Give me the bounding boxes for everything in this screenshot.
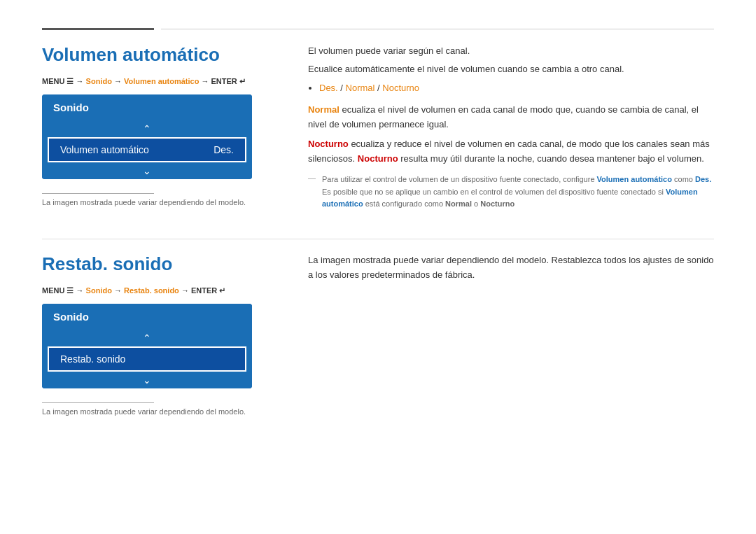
section1-item-value: Des. — [214, 144, 234, 155]
menu2-arrow2: → — [114, 286, 124, 295]
menu2-enter: ENTER — [191, 286, 217, 295]
menu-icon: ☰ — [66, 77, 76, 85]
section1-para1: Normal ecualiza el nivel de volumen en c… — [308, 103, 714, 132]
option-des: Des. — [319, 83, 338, 93]
menu2-item1: Sonido — [86, 286, 112, 295]
menu-prefix: MENU — [42, 77, 64, 85]
fn-part2: como — [674, 175, 693, 183]
section2-left: Restab. sonido MENU ☰ → Sonido → Restab.… — [42, 253, 280, 416]
section1-menu-path: MENU ☰ → Sonido → Volumen automático → E… — [42, 77, 280, 86]
section1-box-item: Volumen automático Des. — [48, 137, 246, 162]
section1-ui-box: Sonido ⌃ Volumen automático Des. ⌄ — [42, 94, 252, 179]
section2-menu-path: MENU ☰ → Sonido → Restab. sonido → ENTER… — [42, 286, 280, 295]
fn-bold2: Des. — [695, 175, 711, 183]
menu2-item2: Restab. sonido — [124, 286, 179, 295]
section-divider — [42, 239, 714, 239]
fn-part1: Para utilizar el control de volumen de u… — [322, 175, 595, 183]
menu2-enter-icon: ↵ — [219, 286, 225, 295]
section1-footnote: Para utilizar el control de volumen de u… — [308, 174, 714, 211]
option-sep1: / — [338, 83, 346, 93]
section1-item-label: Volumen automático — [60, 144, 149, 155]
fn-bold1: Volumen automático — [597, 175, 672, 183]
section1-para2-bold2: Nocturno — [358, 153, 398, 164]
menu-enter: ENTER — [211, 77, 237, 85]
section1-intro2: Ecualice automáticamente el nivel de vol… — [308, 62, 714, 76]
section1-arrow-down: ⌄ — [42, 162, 252, 179]
section1-title: Volumen automático — [42, 44, 280, 66]
fn-part5: o — [474, 199, 478, 208]
section2-description: La imagen mostrada puede variar dependie… — [308, 253, 714, 283]
fn-part4: está configurado como — [365, 199, 443, 208]
menu-item2: Volumen automático — [124, 77, 199, 85]
section1-options-list: Des. / Normal / Nocturno — [319, 81, 714, 96]
section2-title: Restab. sonido — [42, 253, 280, 275]
section1-arrow-up: ⌃ — [42, 120, 252, 137]
option-sep2: / — [374, 83, 382, 93]
section1-left: Volumen automático MENU ☰ → Sonido → Vol… — [42, 44, 280, 211]
section1-footnote-text: Para utilizar el control de volumen de u… — [322, 174, 714, 211]
section2-note: La imagen mostrada puede variar dependie… — [42, 407, 280, 416]
menu2-arrow3: → — [181, 286, 191, 295]
section1-para1-bold: Normal — [308, 104, 340, 115]
section1-para2: Nocturno ecualiza y reduce el nivel de v… — [308, 137, 714, 167]
section1-list-item: Des. / Normal / Nocturno — [319, 81, 714, 96]
section1-para1-rest: ecualiza el nivel de volumen en cada can… — [308, 104, 699, 129]
menu2-prefix: MENU — [42, 286, 64, 295]
option-nocturno: Nocturno — [382, 83, 419, 93]
fn-bold4: Normal — [445, 199, 472, 208]
menu-arrow1: → — [76, 77, 86, 85]
menu-item1: Sonido — [86, 77, 112, 85]
divider-thin — [161, 29, 714, 29]
section1-intro1: El volumen puede variar según el canal. — [308, 44, 714, 58]
fn-bold5: Nocturno — [480, 199, 514, 208]
menu2-arrow1: → — [76, 286, 86, 295]
section2-arrow-down: ⌄ — [42, 372, 252, 388]
menu-enter-icon: ↵ — [239, 77, 246, 85]
top-divider — [42, 28, 714, 30]
section2-ui-box: Sonido ⌃ Restab. sonido ⌄ — [42, 304, 252, 388]
section1-para2-bold: Nocturno — [308, 139, 349, 149]
section2-box-item: Restab. sonido — [48, 346, 246, 372]
page-container: Volumen automático MENU ☰ → Sonido → Vol… — [0, 0, 756, 472]
section-restab-sonido: Restab. sonido MENU ☰ → Sonido → Restab.… — [42, 253, 714, 416]
section2-right: La imagen mostrada puede variar dependie… — [308, 253, 714, 416]
menu-arrow3: → — [201, 77, 211, 85]
section2-arrow-up: ⌃ — [42, 330, 252, 346]
section2-box-header: Sonido — [42, 304, 252, 330]
section1-note-divider — [42, 193, 154, 194]
section2-item-label: Restab. sonido — [60, 353, 125, 365]
divider-thick — [42, 28, 154, 30]
fn-part3: Es posible que no se aplique un cambio e… — [322, 188, 664, 196]
section2-note-divider — [42, 402, 154, 403]
section1-right: El volumen puede variar según el canal. … — [308, 44, 714, 211]
option-normal: Normal — [346, 83, 375, 93]
menu-arrow2: → — [114, 77, 124, 85]
section1-para2-rest2: resulta muy útil durante la noche, cuand… — [398, 153, 704, 164]
section1-box-header: Sonido — [42, 94, 252, 120]
section-volumen-automatico: Volumen automático MENU ☰ → Sonido → Vol… — [42, 44, 714, 211]
menu2-icon: ☰ — [66, 286, 76, 295]
section1-note: La imagen mostrada puede variar dependie… — [42, 198, 280, 206]
